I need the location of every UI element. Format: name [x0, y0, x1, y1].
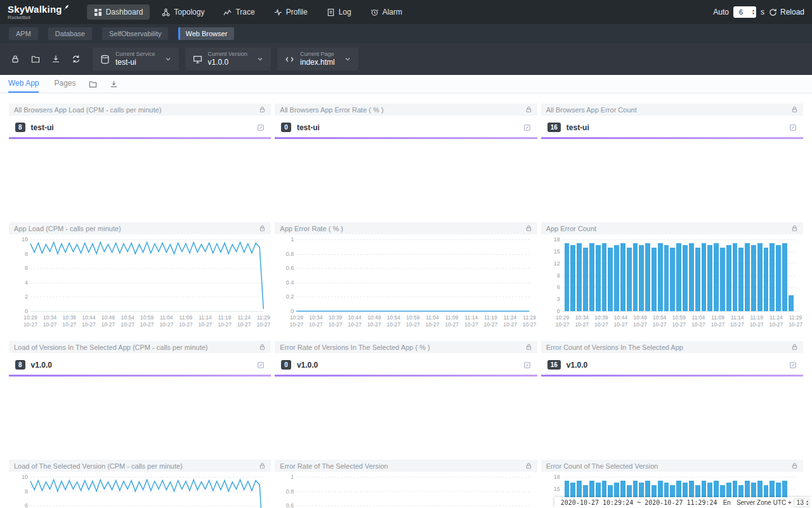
- tab-selfobservability[interactable]: SelfObservability: [102, 27, 169, 40]
- lock-icon[interactable]: [525, 106, 532, 113]
- x-tick-date: 10-27: [218, 321, 232, 328]
- x-tick-date: 10-27: [256, 321, 270, 328]
- x-tick-time: 10:29: [289, 314, 303, 321]
- x-tick-date: 10-27: [348, 321, 362, 328]
- chart-card: App Error Count036912151810:2910-2710:34…: [541, 222, 803, 337]
- nav-topology[interactable]: Topology: [155, 4, 211, 20]
- chart: 024681010:2910-2710:3410-2710:3910-2710:…: [9, 472, 271, 508]
- x-tick-date: 10-27: [789, 321, 802, 328]
- x-axis-label: 11:1410-27: [464, 314, 478, 328]
- x-axis-label: 10:5410-27: [387, 314, 401, 328]
- nav-log[interactable]: Log: [320, 4, 358, 20]
- y-axis-label: 18: [542, 236, 560, 243]
- auto-interval-stepper[interactable]: ▴ ▾: [752, 9, 754, 15]
- zone-offset-input[interactable]: 13 ▴ ▾: [794, 498, 809, 507]
- card-header: Load of Versions In The Selected App (CP…: [9, 341, 271, 353]
- value-badge: 8: [15, 123, 25, 132]
- bar: [596, 245, 601, 311]
- x-tick-time: 10:54: [121, 314, 134, 321]
- language-toggle[interactable]: En: [723, 499, 731, 506]
- tab-pages[interactable]: Pages: [54, 75, 75, 93]
- edit-icon[interactable]: [523, 124, 531, 131]
- bar: [714, 243, 719, 311]
- x-tick-time: 11:19: [750, 314, 764, 321]
- chart-card: App Load (CPM - calls per minute)0246810…: [9, 222, 271, 337]
- page-selector[interactable]: Current Page index.html: [277, 48, 358, 70]
- edit-icon[interactable]: [523, 361, 531, 369]
- zone-stepper[interactable]: ▴ ▾: [806, 500, 808, 506]
- bar: [608, 248, 613, 311]
- x-tick-time: 11:09: [179, 314, 193, 321]
- lock-icon[interactable]: [259, 344, 266, 351]
- y-axis-label: 0.2: [276, 293, 294, 300]
- lock-icon[interactable]: [259, 225, 266, 232]
- lock-icon[interactable]: [791, 344, 798, 351]
- instance-row[interactable]: 8v1.0.0: [9, 353, 271, 375]
- time-range[interactable]: 2020-10-27 10:29:24 ~ 2020-10-27 11:29:2…: [561, 499, 717, 506]
- bar: [733, 243, 738, 311]
- instance-row[interactable]: 0test-ui: [275, 116, 537, 137]
- edit-icon[interactable]: [257, 361, 265, 369]
- instance-row[interactable]: 16v1.0.0: [541, 353, 803, 375]
- edit-icon[interactable]: [789, 124, 797, 131]
- reload-button[interactable]: Reload: [769, 8, 804, 17]
- tab-web-app[interactable]: Web App: [8, 75, 39, 93]
- x-tick-time: 11:24: [503, 314, 517, 321]
- x-tick-time: 11:04: [159, 314, 173, 321]
- x-tick-time: 10:44: [614, 314, 628, 321]
- instance-row[interactable]: 0v1.0.0: [275, 353, 537, 375]
- lock-icon[interactable]: [791, 106, 798, 113]
- x-axis-label: 10:5410-27: [121, 314, 134, 328]
- nav-alarm[interactable]: Alarm: [363, 4, 409, 20]
- sync-icon[interactable]: [66, 55, 86, 64]
- folder-icon[interactable]: [89, 80, 97, 88]
- bar: [776, 245, 781, 311]
- x-axis-label: 11:1410-27: [730, 314, 744, 328]
- lock-icon[interactable]: [525, 344, 532, 351]
- lock-icon[interactable]: [259, 462, 266, 469]
- x-tick-time: 11:14: [730, 314, 744, 321]
- nav-profile[interactable]: Profile: [267, 4, 315, 20]
- lock-icon[interactable]: [791, 462, 798, 469]
- stepper-down-icon[interactable]: ▾: [806, 503, 808, 506]
- app-logo[interactable]: SkyWalking Rocketbot: [8, 4, 69, 20]
- x-tick-date: 10-27: [523, 321, 537, 328]
- y-axis-label: 0.6: [276, 265, 294, 271]
- x-tick-time: 10:44: [82, 314, 96, 321]
- export-download-icon[interactable]: [46, 55, 66, 64]
- x-tick-date: 10-27: [711, 321, 725, 328]
- nav-dashboard[interactable]: Dashboard: [87, 4, 150, 20]
- x-tick-date: 10-27: [769, 321, 783, 328]
- chart: 00.20.40.60.8110:2910-2710:3410-2710:391…: [275, 472, 537, 508]
- tab-apm[interactable]: APM: [9, 27, 38, 40]
- selector-label: Current Service: [115, 51, 155, 58]
- service-selector[interactable]: Current Service test-ui: [93, 48, 179, 70]
- lock-icon[interactable]: [791, 225, 798, 232]
- x-axis-label: 11:0410-27: [691, 314, 705, 328]
- lock-icon[interactable]: [259, 106, 266, 113]
- card-header: All Browsers App Error Rate ( % ): [275, 104, 537, 116]
- download-icon[interactable]: [110, 80, 118, 88]
- x-axis-label: 10:3910-27: [62, 314, 76, 328]
- stepper-down-icon[interactable]: ▾: [752, 12, 754, 15]
- instance-row[interactable]: 8test-ui: [9, 116, 271, 137]
- nav-trace[interactable]: Trace: [216, 4, 261, 20]
- lock-toolbar-icon[interactable]: [5, 55, 25, 64]
- instance-row[interactable]: 16test-ui: [541, 116, 803, 137]
- lock-icon[interactable]: [525, 462, 532, 469]
- auto-interval-input[interactable]: 6 ▴ ▾: [733, 6, 756, 18]
- edit-icon[interactable]: [257, 124, 265, 131]
- tab-web-browser[interactable]: Web Browser: [178, 27, 234, 40]
- tab-database[interactable]: Database: [48, 27, 92, 40]
- import-folder-icon[interactable]: [25, 55, 46, 64]
- x-axis-label: 10:3410-27: [309, 314, 323, 328]
- edit-icon[interactable]: [789, 361, 797, 369]
- x-axis-label: 10:4910-27: [102, 314, 115, 328]
- reload-label: Reload: [780, 8, 804, 17]
- bar: [764, 248, 769, 311]
- bar: [757, 243, 763, 311]
- lock-icon[interactable]: [525, 225, 532, 232]
- version-selector[interactable]: Current Version v1.0.0: [185, 48, 272, 70]
- card-header: All Browsers App Load (CPM - calls per m…: [9, 104, 271, 116]
- x-tick-time: 11:19: [484, 314, 498, 321]
